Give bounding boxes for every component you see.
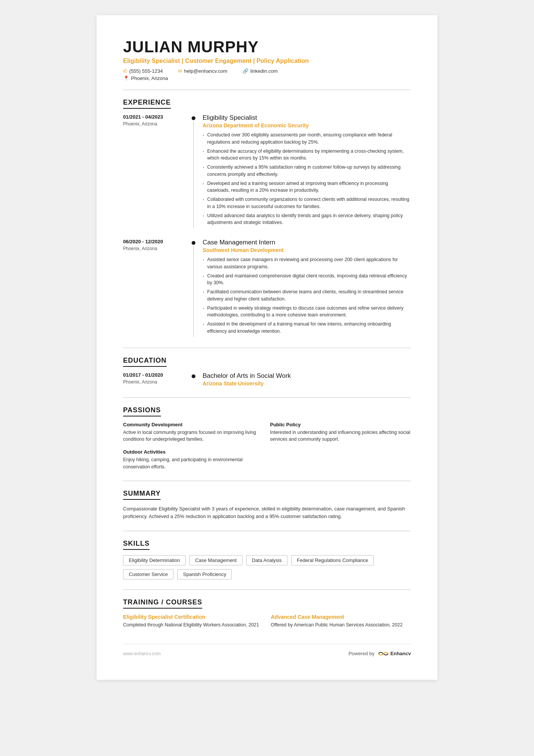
job-2: 06/2020 - 12/2020 Phoenix, Arizona Case …	[123, 239, 411, 337]
brand-name: Enhancv	[390, 651, 411, 656]
passion-policy-title: Public Policy	[270, 422, 411, 427]
email-contact: ✉ help@enhancv.com	[178, 68, 227, 74]
edu-1: 01/2017 - 01/2020 Phoenix, Arizona Bache…	[123, 372, 411, 387]
education-title: EDUCATION	[123, 357, 167, 367]
job-1-title: Eligibility Specialist	[203, 114, 411, 122]
passion-community: Community Development Active in local co…	[123, 422, 264, 443]
job-1-bullets: Conducted over 300 eligibility assessmen…	[203, 131, 411, 226]
passion-community-title: Community Development	[123, 422, 264, 427]
skills-title: SKILLS	[123, 540, 150, 550]
skill-data-analysis: Data Analysis	[246, 555, 287, 565]
email-text: help@enhancv.com	[184, 68, 227, 74]
edu-1-left: 01/2017 - 01/2020 Phoenix, Arizona	[123, 372, 191, 387]
passion-policy-desc: Interested in understanding and influenc…	[270, 429, 411, 443]
summary-title: SUMMARY	[123, 490, 161, 500]
bullet-item: Assisted in the development of a trainin…	[203, 321, 411, 335]
skill-federal-regulations: Federal Regulations Compliance	[291, 555, 374, 565]
header-divider	[123, 89, 411, 90]
training-eligibility: Eligibility Specialist Certification Com…	[123, 614, 263, 629]
bullet-item: Developed and led a training session aim…	[203, 180, 411, 194]
passions-divider	[123, 481, 411, 481]
job-2-company: Southwest Human Development	[203, 247, 411, 253]
passion-community-desc: Active in local community programs focus…	[123, 429, 264, 443]
job-2-date: 06/2020 - 12/2020	[123, 239, 187, 244]
job-2-left: 06/2020 - 12/2020 Phoenix, Arizona	[123, 239, 191, 337]
job-1-left: 01/2021 - 04/2023 Phoenix, Arizona	[123, 114, 191, 228]
job-2-location: Phoenix, Arizona	[123, 246, 187, 251]
training-case-mgmt: Advanced Case Management Offered by Amer…	[271, 614, 411, 629]
linkedin-contact: 🔗 linkedin.com	[242, 68, 278, 74]
edu-1-school: Arizona State University	[203, 380, 411, 387]
experience-section: EXPERIENCE 01/2021 - 04/2023 Phoenix, Ar…	[123, 99, 411, 337]
skill-customer-service: Customer Service	[123, 569, 173, 579]
linkedin-text: linkedin.com	[250, 68, 278, 74]
bullet-item: Conducted over 300 eligibility assessmen…	[203, 131, 411, 146]
dot-2	[192, 241, 195, 245]
bullet-item: Collaborated with community organization…	[203, 196, 411, 210]
footer-url: www.enhancv.com	[123, 651, 161, 656]
enhancv-logo: Enhancv	[378, 650, 411, 657]
phone-icon: ✆	[123, 68, 127, 74]
bullet-item: Enhanced the accuracy of eligibility det…	[203, 148, 411, 162]
logo-icon	[378, 650, 389, 657]
bullet-item: Assisted senior case managers in reviewi…	[203, 256, 411, 271]
training-title: TRAINING / COURSES	[123, 598, 202, 609]
phone-contact: ✆ (555) 555-1234	[123, 68, 163, 74]
timeline-line-1	[193, 122, 194, 228]
edu-1-location: Phoenix, Arizona	[123, 379, 187, 385]
resume-header: JULIAN MURPHY Eligibility Specialist | C…	[123, 38, 411, 81]
skill-case-management: Case Management	[189, 555, 242, 565]
candidate-name: JULIAN MURPHY	[123, 38, 411, 56]
education-section: EDUCATION 01/2017 - 01/2020 Phoenix, Ari…	[123, 357, 411, 387]
experience-title: EXPERIENCE	[123, 99, 171, 109]
summary-section: SUMMARY Compassionate Eligibility Specia…	[123, 490, 411, 521]
location-icon: 📍	[123, 75, 129, 81]
training-case-mgmt-desc: Offered by American Public Human Service…	[271, 621, 411, 629]
summary-divider	[123, 531, 411, 531]
job-1-right: Eligibility Specialist Arizona Departmen…	[196, 114, 411, 228]
training-section: TRAINING / COURSES Eligibility Specialis…	[123, 598, 411, 629]
contact-line: ✆ (555) 555-1234 ✉ help@enhancv.com 🔗 li…	[123, 68, 411, 74]
dot-edu	[192, 374, 195, 378]
training-grid: Eligibility Specialist Certification Com…	[123, 614, 411, 629]
skills-list: Eligibility Determination Case Managemen…	[123, 555, 411, 579]
passion-policy: Public Policy Interested in understandin…	[270, 422, 411, 443]
dot-1	[192, 116, 195, 120]
timeline-dot-edu	[191, 372, 196, 387]
job-2-title: Case Management Intern	[203, 239, 411, 246]
bullet-item: Participated in weekly strategy meetings…	[203, 305, 411, 319]
footer-brand: Powered by Enhancv	[348, 650, 411, 657]
bullet-item: Facilitated communication between divers…	[203, 288, 411, 303]
experience-divider	[123, 347, 411, 348]
timeline-line-2	[193, 246, 194, 337]
bullet-item: Utilized advanced data analytics to iden…	[203, 212, 411, 227]
passions-title: PASSIONS	[123, 406, 161, 416]
training-case-mgmt-title: Advanced Case Management	[271, 614, 411, 620]
phone-text: (555) 555-1234	[129, 68, 163, 74]
passion-outdoor-title: Outdoor Activities	[123, 449, 264, 455]
skills-section: SKILLS Eligibility Determination Case Ma…	[123, 540, 411, 579]
education-divider	[123, 397, 411, 398]
passions-section: PASSIONS Community Development Active in…	[123, 406, 411, 471]
job-2-right: Case Management Intern Southwest Human D…	[196, 239, 411, 337]
job-1-location: Phoenix, Arizona	[123, 121, 187, 127]
edu-1-date: 01/2017 - 01/2020	[123, 372, 187, 378]
edu-1-degree: Bachelor of Arts in Social Work	[203, 372, 411, 380]
powered-by-text: Powered by	[348, 651, 375, 656]
skill-eligibility-determination: Eligibility Determination	[123, 555, 186, 565]
email-icon: ✉	[178, 68, 182, 74]
resume-footer: www.enhancv.com Powered by Enhancv	[123, 644, 411, 657]
job-1: 01/2021 - 04/2023 Phoenix, Arizona Eligi…	[123, 114, 411, 228]
bullet-item: Created and maintained comprehensive dig…	[203, 272, 411, 287]
timeline-dot-2	[191, 239, 196, 337]
location-text: Phoenix, Arizona	[131, 75, 168, 81]
edu-1-right: Bachelor of Arts in Social Work Arizona …	[196, 372, 411, 387]
job-1-company: Arizona Department of Economic Security	[203, 122, 411, 128]
candidate-title: Eligibility Specialist | Customer Engage…	[123, 58, 411, 64]
linkedin-icon: 🔗	[242, 68, 248, 74]
timeline-dot-1	[191, 114, 196, 228]
location-line: 📍 Phoenix, Arizona	[123, 75, 411, 81]
bullet-item: Consistently achieved a 95% satisfaction…	[203, 164, 411, 178]
job-1-date: 01/2021 - 04/2023	[123, 114, 187, 120]
training-eligibility-title: Eligibility Specialist Certification	[123, 614, 263, 620]
